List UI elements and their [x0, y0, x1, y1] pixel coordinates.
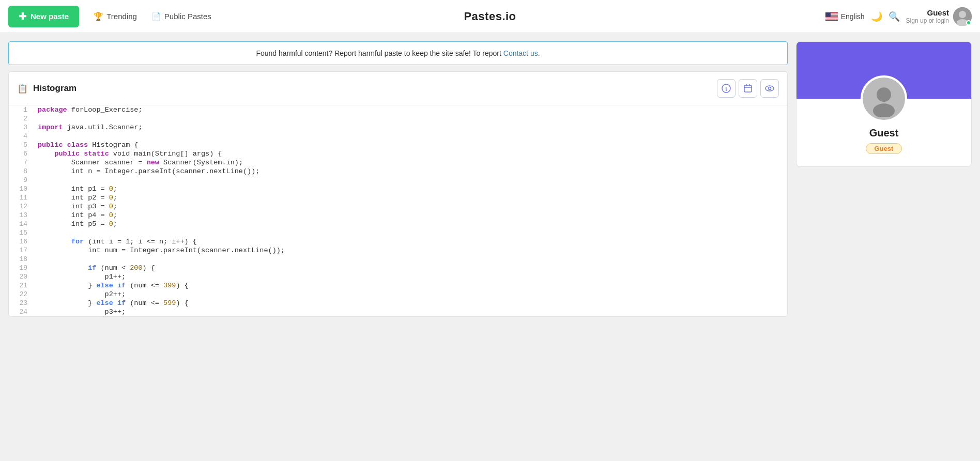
navbar-user-name: Guest: [906, 8, 949, 17]
table-row: 2: [9, 114, 787, 123]
table-row: 9: [9, 176, 787, 185]
alert-message: Found harmful content? Report harmful pa…: [256, 49, 503, 57]
language-selector[interactable]: English: [825, 12, 865, 21]
paste-card: 📋 Histogram i: [8, 71, 788, 317]
nav-right: English 🌙 🔍 Guest Sign up or login: [825, 7, 972, 26]
table-row: 10 int p1 = 0;: [9, 185, 787, 193]
navbar-avatar: [953, 7, 972, 26]
navbar-user-sub: Sign up or login: [906, 17, 949, 24]
new-paste-label: New paste: [30, 12, 69, 21]
left-column: Found harmful content? Report harmful pa…: [8, 41, 788, 317]
site-title: Pastes.io: [464, 10, 516, 23]
dark-mode-toggle[interactable]: 🌙: [871, 11, 882, 22]
plus-icon: ✚: [19, 11, 26, 22]
table-row: 16 for (int i = 1; i <= n; i++) {: [9, 237, 787, 246]
code-table: 1 package forLoop_Exercise; 2 3 import j…: [9, 105, 787, 316]
table-row: 23 } else if (num <= 599) {: [9, 299, 787, 308]
paste-doc-icon: 📋: [17, 83, 28, 94]
table-row: 6 public static void main(String[] args)…: [9, 149, 787, 158]
table-row: 14 int p5 = 0;: [9, 220, 787, 228]
paste-title-text: Histogram: [33, 83, 76, 94]
svg-rect-5: [825, 18, 838, 19]
contact-us-link[interactable]: Contact us: [503, 49, 538, 57]
table-row: 11 int p2 = 0;: [9, 193, 787, 202]
svg-rect-7: [825, 12, 831, 17]
table-row: 24 p3++;: [9, 308, 787, 316]
table-row: 15: [9, 228, 787, 237]
user-card-body: Guest Guest: [797, 99, 971, 166]
doc-icon: 📄: [151, 12, 161, 21]
svg-point-9: [959, 11, 966, 18]
view-button[interactable]: [760, 79, 779, 98]
svg-rect-4: [825, 17, 838, 17]
table-row: 22 p2++;: [9, 290, 787, 299]
table-row: 12 int p3 = 0;: [9, 202, 787, 211]
trending-link[interactable]: 🏆 Trending: [87, 8, 143, 25]
online-indicator: [966, 20, 971, 25]
svg-text:i: i: [726, 86, 727, 92]
navbar: ✚ New paste 🏆 Trending 📄 Public Pastes P…: [0, 0, 980, 33]
flag-us-icon: [825, 12, 838, 21]
table-row: 20 p1++;: [9, 272, 787, 281]
trophy-icon: 🏆: [94, 12, 103, 21]
info-button[interactable]: i: [717, 79, 736, 98]
table-row: 1 package forLoop_Exercise;: [9, 105, 787, 114]
trending-label: Trending: [106, 12, 137, 21]
user-card-badge: Guest: [866, 143, 902, 154]
table-row: 7 Scanner scanner = new Scanner(System.i…: [9, 158, 787, 167]
table-row: 4: [9, 132, 787, 141]
nav-links: 🏆 Trending 📄 Public Pastes: [87, 8, 218, 25]
svg-point-20: [877, 87, 891, 102]
paste-actions: i: [717, 79, 779, 98]
user-card-avatar: [861, 75, 907, 122]
table-row: 13 int p4 = 0;: [9, 211, 787, 220]
user-card-name: Guest: [869, 127, 899, 139]
table-row: 3 import java.util.Scanner;: [9, 123, 787, 132]
table-row: 17 int num = Integer.parseInt(scanner.ne…: [9, 246, 787, 255]
alert-end: .: [538, 49, 540, 57]
paste-title: 📋 Histogram: [17, 83, 76, 94]
svg-rect-6: [825, 19, 838, 20]
main-content: Found harmful content? Report harmful pa…: [0, 33, 980, 325]
table-row: 21 } else if (num <= 399) {: [9, 281, 787, 290]
user-card: Guest Guest: [796, 41, 972, 167]
table-row: 8 int n = Integer.parseInt(scanner.nextL…: [9, 167, 787, 176]
user-menu[interactable]: Guest Sign up or login: [906, 7, 972, 26]
new-paste-button[interactable]: ✚ New paste: [8, 6, 79, 27]
svg-point-18: [769, 87, 771, 90]
table-row: 18: [9, 255, 787, 264]
paste-card-header: 📋 Histogram i: [9, 72, 787, 105]
public-pastes-link[interactable]: 📄 Public Pastes: [145, 8, 218, 25]
code-block: 1 package forLoop_Exercise; 2 3 import j…: [9, 105, 787, 316]
calendar-button[interactable]: [739, 79, 757, 98]
table-row: 19 if (num < 200) {: [9, 264, 787, 272]
right-column: Guest Guest: [796, 41, 972, 317]
table-row: 5 public class Histogram {: [9, 141, 787, 149]
svg-point-17: [765, 86, 774, 91]
svg-rect-13: [744, 85, 752, 92]
public-pastes-label: Public Pastes: [164, 12, 211, 21]
alert-banner: Found harmful content? Report harmful pa…: [8, 41, 788, 65]
language-label: English: [841, 12, 865, 21]
search-button[interactable]: 🔍: [889, 11, 900, 22]
